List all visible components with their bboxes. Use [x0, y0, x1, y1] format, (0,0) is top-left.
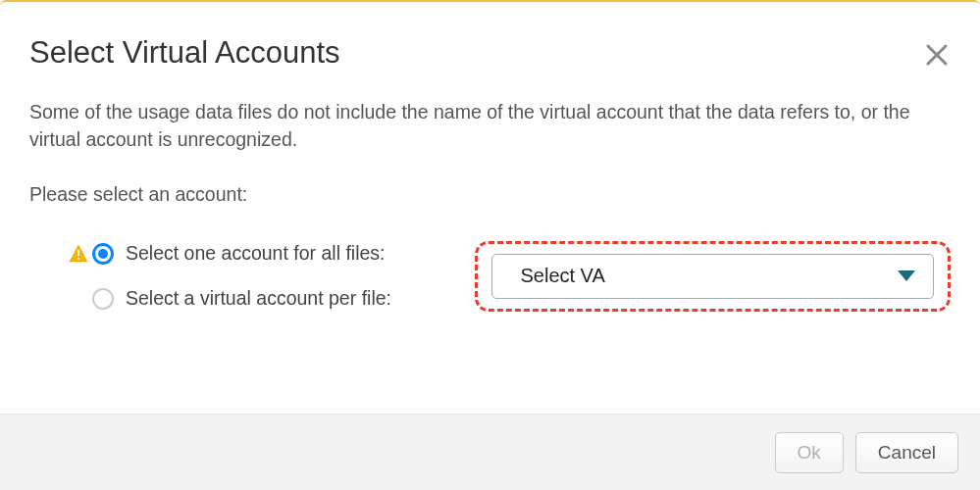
virtual-account-select[interactable]: Select VA [491, 254, 934, 299]
radio-all-files-label: Select one account for all files: [126, 242, 385, 265]
dialog-header: Select Virtual Accounts [0, 2, 980, 80]
radio-dot-icon [98, 249, 108, 259]
option-row: Select one account for all files: Select… [29, 231, 951, 321]
ok-button[interactable]: Ok [775, 432, 844, 473]
dialog-body: Some of the usage data files do not incl… [0, 80, 980, 414]
radio-options: Select one account for all files: Select… [29, 231, 475, 321]
radio-per-file[interactable] [92, 288, 114, 310]
dialog-description: Some of the usage data files do not incl… [29, 98, 951, 154]
dialog-footer: Ok Cancel [0, 414, 980, 490]
cancel-button[interactable]: Cancel [855, 432, 958, 473]
close-icon [925, 43, 949, 67]
svg-rect-4 [77, 258, 79, 260]
select-virtual-accounts-dialog: Select Virtual Accounts Some of the usag… [0, 0, 980, 490]
radio-all-files[interactable] [92, 243, 114, 265]
dialog-prompt: Please select an account: [29, 183, 951, 206]
svg-rect-3 [77, 250, 79, 256]
dropdown-highlight: Select VA [475, 241, 951, 312]
radio-line-all-files: Select one account for all files: [29, 231, 475, 276]
radio-line-per-file: Select a virtual account per file: [29, 276, 475, 321]
dialog-title: Select Virtual Accounts [29, 35, 340, 71]
select-placeholder: Select VA [520, 265, 604, 287]
chevron-down-icon [898, 270, 915, 281]
warning-icon [69, 244, 88, 264]
close-button[interactable] [923, 41, 951, 69]
radio-per-file-label: Select a virtual account per file: [126, 287, 391, 310]
